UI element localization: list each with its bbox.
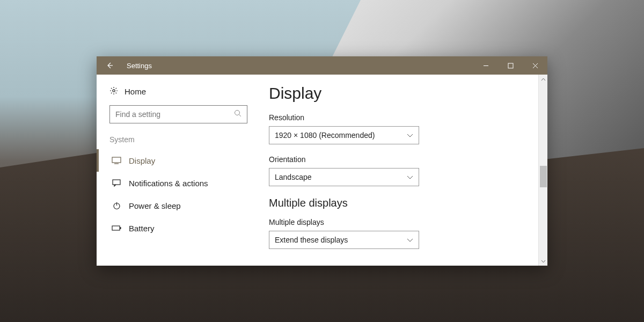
orientation-label: Orientation [269, 155, 537, 164]
chevron-down-icon [407, 236, 413, 244]
sidebar-item-battery[interactable]: Battery [97, 217, 260, 239]
orientation-dropdown[interactable]: Landscape [269, 168, 419, 186]
search-icon [234, 109, 241, 119]
home-label: Home [125, 87, 146, 96]
search-field[interactable] [115, 110, 231, 119]
svg-line-6 [239, 115, 241, 117]
home-link[interactable]: Home [97, 84, 260, 105]
svg-point-5 [235, 111, 240, 115]
scrollbar[interactable] [538, 75, 547, 266]
sidebar: Home System Display Notifications & [97, 75, 260, 266]
message-icon [112, 179, 121, 187]
scroll-down-button[interactable] [539, 257, 547, 266]
maximize-button[interactable] [498, 56, 523, 75]
close-button[interactable] [523, 56, 547, 75]
chevron-down-icon [407, 173, 413, 181]
search-input[interactable] [109, 105, 247, 123]
battery-icon [112, 225, 121, 231]
multiple-displays-dropdown[interactable]: Extend these displays [269, 231, 419, 249]
sidebar-section-label: System [97, 135, 260, 149]
multiple-displays-label: Multiple displays [269, 218, 537, 226]
svg-rect-1 [508, 63, 513, 68]
minimize-button[interactable] [473, 56, 498, 75]
power-icon [112, 202, 121, 210]
settings-window: Settings Home System [97, 56, 547, 266]
orientation-value: Landscape [275, 173, 312, 181]
svg-rect-13 [120, 227, 121, 229]
minimize-icon [483, 63, 489, 69]
resolution-value: 1920 × 1080 (Recommended) [275, 131, 375, 140]
scroll-up-button[interactable] [539, 75, 547, 84]
resolution-label: Resolution [269, 113, 537, 122]
sidebar-item-label: Notifications & actions [129, 179, 208, 188]
main-content: Display Resolution 1920 × 1080 (Recommen… [260, 75, 547, 266]
svg-point-4 [113, 90, 115, 92]
titlebar: Settings [97, 56, 547, 75]
scroll-thumb[interactable] [540, 166, 547, 187]
monitor-icon [112, 157, 121, 164]
chevron-up-icon [541, 78, 546, 81]
svg-rect-7 [112, 157, 121, 163]
sidebar-item-notifications[interactable]: Notifications & actions [97, 172, 260, 194]
chevron-down-icon [407, 131, 413, 140]
back-button[interactable] [97, 56, 122, 75]
window-title: Settings [127, 62, 152, 70]
sidebar-item-label: Battery [129, 224, 155, 233]
sidebar-item-label: Display [129, 156, 155, 165]
multiple-displays-value: Extend these displays [275, 236, 348, 244]
arrow-left-icon [105, 61, 114, 70]
gear-icon [109, 86, 118, 97]
sidebar-item-power[interactable]: Power & sleep [97, 194, 260, 217]
sidebar-item-label: Power & sleep [129, 201, 181, 210]
svg-rect-12 [112, 226, 120, 230]
chevron-down-icon [541, 260, 546, 263]
sidebar-item-display[interactable]: Display [97, 149, 260, 172]
svg-rect-9 [113, 180, 120, 185]
maximize-icon [508, 63, 514, 69]
page-title: Display [269, 84, 537, 103]
resolution-dropdown[interactable]: 1920 × 1080 (Recommended) [269, 126, 419, 144]
close-icon [532, 63, 538, 69]
multiple-displays-heading: Multiple displays [269, 197, 537, 209]
